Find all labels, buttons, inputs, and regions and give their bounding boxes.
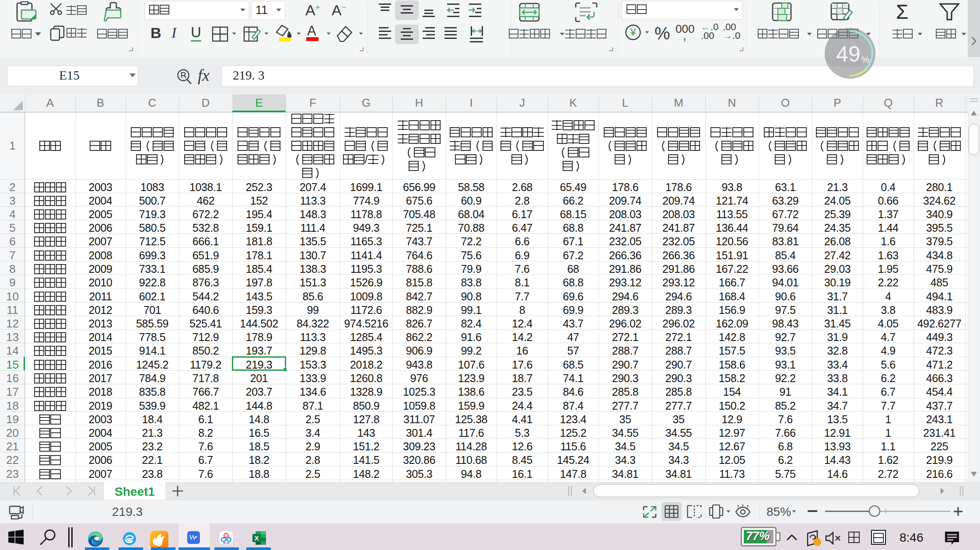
- svg-text:X: X: [255, 535, 259, 542]
- svg-text:49: 49: [836, 42, 861, 66]
- svg-text:¥: ¥: [630, 26, 636, 38]
- svg-text:%: %: [861, 54, 870, 65]
